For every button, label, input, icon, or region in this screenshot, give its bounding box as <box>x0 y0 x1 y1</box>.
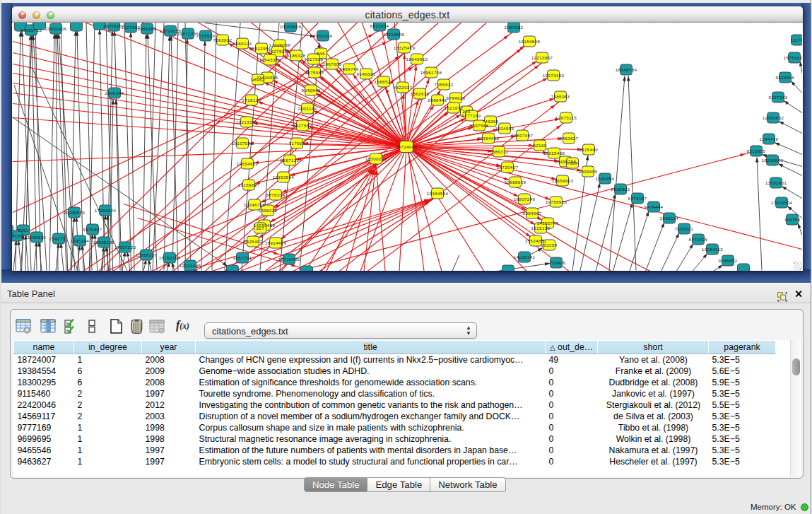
svg-text:1588520: 1588520 <box>375 78 394 83</box>
svg-text:14055712: 14055712 <box>20 27 42 32</box>
svg-text:116753: 116753 <box>784 216 801 221</box>
svg-text:10688609: 10688609 <box>505 179 526 184</box>
svg-text:16961758: 16961758 <box>420 69 442 74</box>
svg-text:2718126: 2718126 <box>242 97 261 102</box>
svg-text:717004: 717004 <box>288 140 305 145</box>
svg-text:1156829: 1156829 <box>28 234 47 239</box>
svg-text:13226058: 13226058 <box>269 42 291 47</box>
svg-text:14120746: 14120746 <box>537 220 559 225</box>
svg-text:8215955: 8215955 <box>747 148 766 153</box>
svg-text:9227343: 9227343 <box>769 94 788 99</box>
svg-text:17957223: 17957223 <box>114 244 136 249</box>
svg-text:2087682: 2087682 <box>505 24 524 29</box>
svg-text:19756928: 19756928 <box>546 199 567 204</box>
svg-text:16210643: 16210643 <box>762 157 784 162</box>
svg-text:7857224: 7857224 <box>314 33 333 37</box>
svg-text:8660124: 8660124 <box>233 40 252 45</box>
svg-text:18300275: 18300275 <box>365 156 387 160</box>
svg-text:62160: 62160 <box>533 142 546 147</box>
svg-text:6479197: 6479197 <box>628 195 647 200</box>
svg-text:9457791: 9457791 <box>233 255 252 259</box>
svg-text:2603144: 2603144 <box>298 105 317 110</box>
svg-text:8427552: 8427552 <box>293 122 312 127</box>
svg-text:19384554: 19384554 <box>427 190 449 195</box>
svg-text:7864: 7864 <box>567 160 578 165</box>
svg-text:12505185: 12505185 <box>93 239 115 244</box>
svg-text:10973493: 10973493 <box>543 72 565 77</box>
svg-text:2342737: 2342737 <box>49 235 69 240</box>
svg-text:11353594: 11353594 <box>273 174 294 179</box>
svg-text:18807249: 18807249 <box>514 196 536 201</box>
svg-text:7955812: 7955812 <box>435 81 454 86</box>
svg-text:1733426: 1733426 <box>547 259 566 264</box>
svg-text:19166827: 19166827 <box>238 182 260 187</box>
svg-text:9474444: 9474444 <box>645 204 664 209</box>
svg-text:9329996: 9329996 <box>776 74 795 79</box>
svg-text:8454749: 8454749 <box>340 66 359 71</box>
svg-text:8878334: 8878334 <box>266 192 286 197</box>
svg-text:18325419: 18325419 <box>394 45 416 49</box>
svg-text:10807487: 10807487 <box>512 132 534 137</box>
svg-text:11174: 11174 <box>791 37 802 42</box>
svg-text:10025458: 10025458 <box>543 150 565 155</box>
svg-text:21691406: 21691406 <box>45 25 67 30</box>
svg-text:18724007: 18724007 <box>396 144 418 148</box>
svg-text:15716485: 15716485 <box>278 256 300 261</box>
svg-text:16648784: 16648784 <box>616 66 637 71</box>
svg-text:10054112: 10054112 <box>702 246 723 251</box>
svg-text:2867608: 2867608 <box>323 61 342 66</box>
svg-text:7632621: 7632621 <box>675 226 694 230</box>
svg-text:7515526: 7515526 <box>196 33 216 37</box>
svg-text:19654923: 19654923 <box>552 177 574 182</box>
svg-text:10958107: 10958107 <box>136 252 158 257</box>
svg-text:7485063: 7485063 <box>551 93 570 98</box>
svg-text:252254: 252254 <box>541 242 557 247</box>
svg-text:98962: 98962 <box>251 76 264 81</box>
svg-text:3498222: 3498222 <box>259 207 278 212</box>
svg-text:9975887: 9975887 <box>83 226 102 231</box>
svg-text:8471626: 8471626 <box>689 236 708 241</box>
svg-text:16107553: 16107553 <box>232 140 254 145</box>
svg-text:6794028: 6794028 <box>447 95 466 100</box>
svg-text:8938923: 8938923 <box>611 186 630 191</box>
svg-text:9327505: 9327505 <box>269 48 288 53</box>
svg-text:6966160: 6966160 <box>138 25 157 30</box>
svg-text:9245652: 9245652 <box>719 257 738 262</box>
svg-text:1362615: 1362615 <box>411 90 430 95</box>
svg-text:2935114: 2935114 <box>660 215 679 220</box>
svg-text:546: 546 <box>317 50 325 55</box>
svg-text:3624554: 3624554 <box>495 125 514 130</box>
svg-text:10046708: 10046708 <box>244 201 266 206</box>
svg-text:1244419: 1244419 <box>760 136 779 141</box>
svg-text:9242848: 9242848 <box>302 87 321 92</box>
svg-text:3675685: 3675685 <box>305 69 324 74</box>
svg-text:19654952: 19654952 <box>237 160 259 165</box>
svg-text:13692901: 13692901 <box>765 180 787 185</box>
svg-text:317: 317 <box>256 225 264 230</box>
svg-text:10033809: 10033809 <box>280 23 302 28</box>
svg-text:6497568: 6497568 <box>470 122 489 127</box>
svg-text:12093832: 12093832 <box>763 115 784 119</box>
svg-text:9899695: 9899695 <box>579 168 598 173</box>
svg-text:12923445: 12923445 <box>180 262 201 267</box>
svg-text:12213967: 12213967 <box>531 54 553 59</box>
svg-text:16914479: 16914479 <box>265 240 287 245</box>
svg-text:12213369: 12213369 <box>236 119 258 124</box>
svg-text:9777169: 9777169 <box>462 112 481 117</box>
svg-text:39159: 39159 <box>12 233 23 238</box>
svg-text:9327508: 9327508 <box>305 56 324 61</box>
svg-text:7625402: 7625402 <box>244 238 263 243</box>
svg-text:1621072: 1621072 <box>445 105 464 110</box>
svg-text:1145194: 1145194 <box>71 238 90 243</box>
svg-text:9146821: 9146821 <box>357 71 376 76</box>
svg-text:8990448: 8990448 <box>428 97 447 102</box>
svg-text:9084067: 9084067 <box>523 210 542 215</box>
svg-text:8813054: 8813054 <box>370 23 389 28</box>
svg-text:9115460: 9115460 <box>579 146 599 151</box>
svg-text:17359924: 17359924 <box>95 207 117 212</box>
svg-text:17010504: 17010504 <box>771 199 793 204</box>
svg-text:19218506: 19218506 <box>383 31 405 36</box>
svg-text:9463627: 9463627 <box>560 135 579 140</box>
svg-text:7886372: 7886372 <box>490 148 509 153</box>
svg-text:2605346: 2605346 <box>105 90 124 95</box>
